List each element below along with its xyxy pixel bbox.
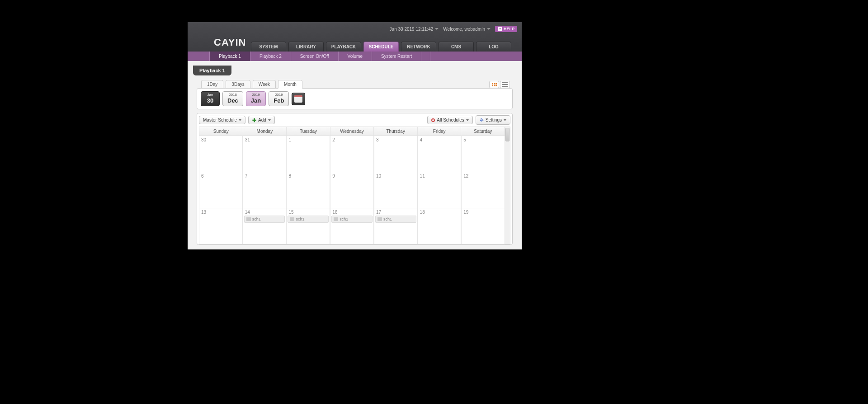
date-nav-top: 2019 <box>251 93 261 97</box>
event-label: sch1 <box>340 217 348 221</box>
date-nav-bottom: Feb <box>274 97 284 104</box>
nav-schedule[interactable]: SCHEDULE <box>363 42 399 52</box>
date-nav-next-month[interactable]: 2019 Feb <box>269 91 289 106</box>
day-header: Saturday <box>461 127 505 136</box>
calendar-cell[interactable]: 17sch1 <box>374 208 418 244</box>
calendar-event[interactable]: sch1 <box>331 216 373 223</box>
date-nav-today[interactable]: Jan 30 <box>201 91 220 106</box>
date-nav-top: Jan <box>206 93 215 97</box>
nav-library[interactable]: LIBRARY <box>288 42 324 52</box>
day-number: 30 <box>201 137 206 142</box>
calendar-cell[interactable]: 7 <box>243 172 287 208</box>
calendar-cell[interactable]: 11 <box>418 172 462 208</box>
calendar-cell[interactable]: 8 <box>286 172 330 208</box>
master-schedule-dropdown[interactable]: Master Schedule <box>199 116 245 124</box>
subnav-screen-onoff[interactable]: Screen On/Off <box>291 52 339 61</box>
event-icon <box>290 217 294 221</box>
calendar-cell[interactable]: 16sch1 <box>330 208 374 244</box>
chevron-down-icon <box>435 28 439 30</box>
calendar-event[interactable]: sch1 <box>288 216 329 223</box>
date-picker-button[interactable] <box>292 93 305 105</box>
day-number: 31 <box>245 137 250 142</box>
settings-dropdown[interactable]: ✲ Settings <box>476 115 510 125</box>
list-icon <box>502 82 508 87</box>
list-view-button[interactable] <box>500 81 510 88</box>
grid-view-button[interactable] <box>489 81 499 88</box>
date-nav-bottom: 30 <box>206 97 215 104</box>
day-number: 19 <box>463 210 468 215</box>
welcome-dropdown[interactable]: Welcome, webadmin <box>443 27 491 32</box>
day-header: Friday <box>418 127 462 136</box>
calendar-cell[interactable]: 9 <box>330 172 374 208</box>
help-icon: ? <box>498 27 502 31</box>
datetime-dropdown[interactable]: Jan 30 2019 12:11:42 <box>390 27 439 32</box>
viewtab-week[interactable]: Week <box>253 80 276 88</box>
day-number: 7 <box>245 174 248 179</box>
scrollbar-thumb[interactable] <box>505 128 509 141</box>
page-title: Playback 1 <box>193 66 231 75</box>
nav-network[interactable]: NETWORK <box>401 42 436 52</box>
date-nav-box: Jan 30 2018 Dec 2019 Jan 2019 Feb <box>197 88 513 109</box>
subnav-playback-2[interactable]: Playback 2 <box>250 52 291 61</box>
calendar-cell[interactable]: 14sch1 <box>243 208 287 244</box>
calendar-cell[interactable]: 5 <box>461 136 505 172</box>
calendar-cell[interactable]: 2 <box>330 136 374 172</box>
subnav-playback-1[interactable]: Playback 1 <box>209 52 250 61</box>
calendar-cell[interactable]: 30 <box>199 136 243 172</box>
date-nav-top: 2018 <box>227 93 238 97</box>
calendar-cell[interactable]: 3 <box>374 136 418 172</box>
content: Playback 1 1Day 3Days Week Month Jan 30 <box>188 61 522 249</box>
chevron-down-icon <box>239 119 241 121</box>
day-number: 4 <box>420 137 423 142</box>
gear-icon: ✲ <box>480 117 484 123</box>
ring-icon <box>431 118 435 122</box>
day-number: 2 <box>332 137 335 142</box>
all-schedules-dropdown[interactable]: All Schedules <box>427 116 473 124</box>
calendar-cell[interactable]: 10 <box>374 172 418 208</box>
help-label: HELP <box>504 27 514 31</box>
subnav-system-restart[interactable]: System Restart <box>372 52 421 61</box>
calendar-event[interactable]: sch1 <box>375 216 416 223</box>
add-button[interactable]: ✚ Add <box>248 116 275 124</box>
calendar-cell[interactable]: 12 <box>461 172 505 208</box>
subnav-volume[interactable]: Volume <box>339 52 372 61</box>
event-label: sch1 <box>252 217 261 221</box>
chevron-down-icon <box>487 28 491 30</box>
master-schedule-label: Master Schedule <box>203 117 237 122</box>
day-number: 3 <box>376 137 379 142</box>
date-nav-prev-month[interactable]: 2018 Dec <box>222 91 243 106</box>
welcome-text: Welcome, webadmin <box>443 27 485 32</box>
day-number: 15 <box>288 210 293 215</box>
main-nav: SYSTEM LIBRARY PLAYBACK SCHEDULE NETWORK… <box>251 42 511 52</box>
calendar-cell[interactable]: 15sch1 <box>286 208 330 244</box>
day-number: 14 <box>245 210 250 215</box>
chevron-down-icon <box>466 119 469 121</box>
day-number: 12 <box>463 174 468 179</box>
grid-icon <box>492 83 497 86</box>
calendar-header: Sunday Monday Tuesday Wednesday Thursday… <box>199 127 505 136</box>
calendar-cell[interactable]: 18 <box>418 208 462 244</box>
nav-log[interactable]: LOG <box>476 42 511 52</box>
day-number: 9 <box>332 174 335 179</box>
calendar-cell[interactable]: 13 <box>199 208 243 244</box>
event-icon <box>246 217 251 221</box>
calendar-cell[interactable]: 19 <box>461 208 505 244</box>
nav-playback[interactable]: PLAYBACK <box>326 42 361 52</box>
calendar-cell[interactable]: 6 <box>199 172 243 208</box>
date-nav-current-month[interactable]: 2019 Jan <box>246 91 266 106</box>
calendar-cell[interactable]: 4 <box>418 136 462 172</box>
calendar-event[interactable]: sch1 <box>244 216 285 223</box>
calendar-cell[interactable]: 31 <box>243 136 287 172</box>
viewtab-3days[interactable]: 3Days <box>226 80 250 88</box>
sub-nav: Playback 1 Playback 2 Screen On/Off Volu… <box>188 52 522 61</box>
event-label: sch1 <box>383 217 392 221</box>
nav-system[interactable]: SYSTEM <box>251 42 286 52</box>
viewtab-month[interactable]: Month <box>278 80 302 89</box>
viewtab-1day[interactable]: 1Day <box>201 80 223 88</box>
calendar-scrollbar[interactable] <box>505 127 510 244</box>
day-number: 6 <box>201 174 204 179</box>
add-label: Add <box>258 117 266 122</box>
nav-cms[interactable]: CMS <box>439 42 474 52</box>
calendar-cell[interactable]: 1 <box>286 136 330 172</box>
help-button[interactable]: ? HELP <box>495 26 517 32</box>
